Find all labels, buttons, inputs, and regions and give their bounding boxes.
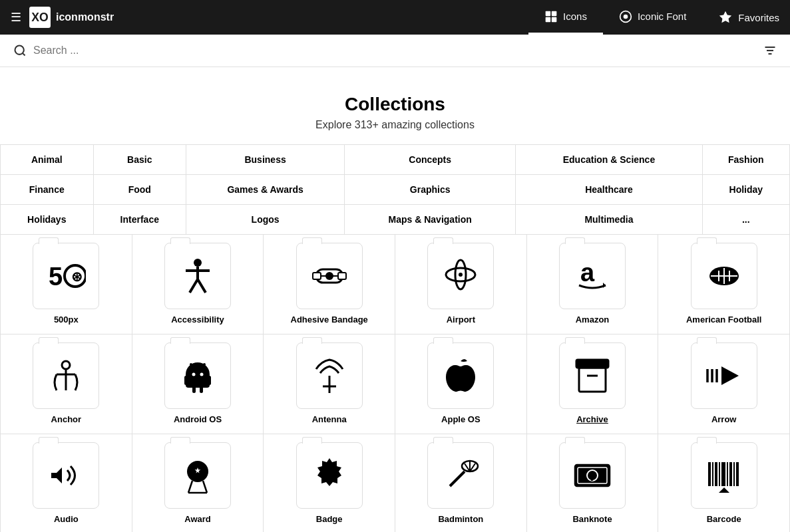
icon-cell[interactable]: Android OS <box>132 334 264 434</box>
svg-text:XO: XO <box>31 11 48 24</box>
icon-cell[interactable]: Arrow <box>658 334 790 434</box>
category-item[interactable]: Holiday <box>702 175 789 205</box>
category-item[interactable]: Healthcare <box>516 175 702 205</box>
icon-cell[interactable]: Badge <box>264 434 395 532</box>
category-item[interactable]: Games & Awards <box>186 175 345 205</box>
svg-rect-79 <box>719 462 720 486</box>
svg-rect-77 <box>712 462 713 486</box>
svg-line-64 <box>188 481 192 493</box>
category-item[interactable]: Animal <box>1 145 94 175</box>
icon-label: Barcode <box>707 514 741 524</box>
svg-rect-82 <box>729 462 732 486</box>
icon-wrapper <box>691 442 757 509</box>
svg-rect-42 <box>190 370 206 388</box>
filter-icon[interactable] <box>763 44 777 57</box>
icon-wrapper: $ <box>559 442 626 509</box>
icon-wrapper <box>691 243 757 309</box>
category-item[interactable]: Concepts <box>345 145 516 175</box>
category-item[interactable]: Logos <box>186 205 345 235</box>
svg-rect-5 <box>552 17 557 22</box>
search-input[interactable] <box>33 45 757 57</box>
icon-cell[interactable]: Archive <box>527 334 659 434</box>
svg-point-44 <box>200 373 203 376</box>
icon-cell[interactable]: Barcode <box>658 434 790 532</box>
svg-point-7 <box>624 14 628 19</box>
icon-cell[interactable]: American Football <box>658 235 790 334</box>
svg-marker-8 <box>719 11 731 23</box>
icon-label: Airport <box>447 315 475 325</box>
category-item[interactable]: Maps & Navigation <box>345 205 516 235</box>
category-item[interactable]: Graphics <box>345 175 516 205</box>
svg-point-48 <box>203 363 206 366</box>
icon-cell[interactable]: Audio <box>1 434 132 532</box>
svg-text:5: 5 <box>49 263 63 291</box>
icon-cell[interactable]: Antenna <box>264 334 395 434</box>
category-item[interactable]: Finance <box>1 175 94 205</box>
icon-cell[interactable]: Badminton <box>395 434 527 532</box>
icon-cell[interactable]: Accessibility <box>132 235 264 334</box>
favorites-button[interactable]: Favorites <box>718 10 779 25</box>
category-table: AnimalBasicBusinessConceptsEducation & S… <box>0 144 790 235</box>
category-item[interactable]: ... <box>702 205 789 235</box>
search-icon <box>13 44 27 57</box>
category-item[interactable]: Education & Science <box>516 145 702 175</box>
icon-label: Award <box>184 514 211 524</box>
icon-label: Audio <box>54 514 79 524</box>
category-item[interactable]: Basic <box>93 145 186 175</box>
svg-text:⊛: ⊛ <box>71 269 83 284</box>
icon-wrapper <box>427 342 494 409</box>
icon-cell[interactable]: $Banknote <box>527 434 659 532</box>
icon-cell[interactable]: 5⊛500px <box>1 235 132 334</box>
icon-cell[interactable]: Award <box>132 434 264 532</box>
svg-rect-56 <box>579 368 606 392</box>
icon-wrapper <box>559 342 626 409</box>
icon-wrapper: 5⊛ <box>33 243 99 309</box>
tab-iconic-font[interactable]: Iconic Font <box>603 0 702 35</box>
svg-line-10 <box>23 53 25 56</box>
icon-wrapper <box>427 243 494 309</box>
hamburger-menu[interactable]: ☰ <box>11 10 21 25</box>
icon-label: Accessibility <box>171 315 224 325</box>
icon-cell[interactable]: Airport <box>395 235 527 334</box>
svg-rect-25 <box>313 273 321 279</box>
svg-point-47 <box>190 363 192 366</box>
category-item[interactable]: Multimedia <box>516 205 702 235</box>
icon-label: Badge <box>316 514 343 524</box>
svg-rect-49 <box>184 376 188 385</box>
icon-label: Arrow <box>711 414 737 424</box>
category-item[interactable]: Business <box>186 145 345 175</box>
category-item[interactable]: Fashion <box>702 145 789 175</box>
tab-icons[interactable]: Icons <box>528 0 603 35</box>
svg-rect-50 <box>208 376 211 385</box>
category-item[interactable]: Food <box>93 175 186 205</box>
logo[interactable]: XO iconmonstr <box>29 7 114 28</box>
tab-iconic-font-label: Iconic Font <box>638 11 686 22</box>
svg-point-9 <box>15 46 24 55</box>
icon-wrapper <box>296 442 363 509</box>
icon-cell[interactable]: Anchor <box>1 334 132 434</box>
svg-rect-26 <box>338 273 346 279</box>
svg-point-43 <box>192 373 195 376</box>
tab-icons-label: Icons <box>563 11 587 22</box>
category-item[interactable]: Interface <box>93 205 186 235</box>
icon-label: Archive <box>576 414 608 424</box>
icon-wrapper: a <box>559 243 626 309</box>
svg-rect-80 <box>721 462 725 486</box>
svg-text:a: a <box>580 259 595 287</box>
svg-line-20 <box>190 279 198 293</box>
icon-cell[interactable]: aAmazon <box>527 235 659 334</box>
svg-rect-2 <box>546 11 551 16</box>
svg-rect-83 <box>733 462 735 486</box>
icon-label: Antenna <box>312 414 347 424</box>
svg-line-67 <box>450 471 465 486</box>
svg-marker-85 <box>719 487 729 493</box>
icon-label: Banknote <box>572 514 612 524</box>
icon-wrapper <box>33 442 99 509</box>
icon-label: Apple OS <box>441 414 481 424</box>
svg-line-65 <box>203 481 207 493</box>
category-item[interactable]: Holidays <box>1 205 94 235</box>
icon-cell[interactable]: Adhesive Bandage <box>264 235 395 334</box>
icon-wrapper <box>296 342 363 409</box>
svg-rect-4 <box>546 17 551 22</box>
icon-cell[interactable]: Apple OS <box>395 334 527 434</box>
